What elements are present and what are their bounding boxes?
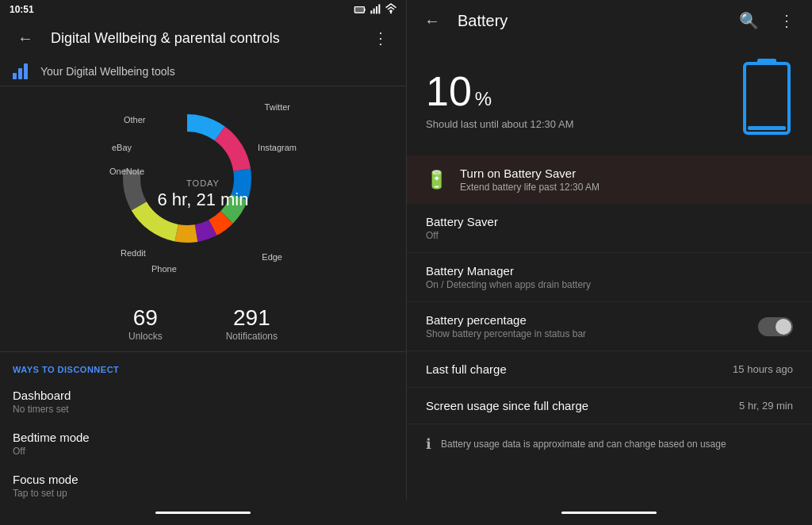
battery-more-button[interactable]: ⋮: [774, 8, 799, 33]
battery-title: Battery: [458, 12, 723, 30]
unlocks-value: 69: [128, 305, 163, 331]
battery-sub-text: Should last until about 12:30 AM: [426, 118, 573, 130]
twitter-label: Twitter: [265, 102, 290, 112]
right-panel: ← Battery 🔍 ⋮ 10 % Should last until abo…: [406, 0, 812, 525]
battery-saver-row[interactable]: 🔋 Turn on Battery Saver Extend battery l…: [407, 155, 812, 204]
dashboard-sub: No timers set: [13, 404, 393, 415]
dashboard-title: Dashboard: [13, 389, 393, 402]
wellbeing-tools-label: Your Digital Wellbeing tools: [40, 65, 175, 78]
more-button-left[interactable]: ⋮: [368, 25, 393, 51]
svg-rect-18: [757, 59, 776, 65]
other-label: Other: [124, 115, 146, 125]
status-icons: [354, 3, 396, 16]
svg-rect-5: [376, 6, 377, 13]
ways-to-disconnect-label: WAYS TO DISCONNECT: [0, 352, 406, 381]
battery-graphic-svg: [741, 57, 793, 136]
donut-chart: TODAY 6 hr, 21 min Twitter Other Instagr…: [108, 99, 298, 289]
last-full-charge-row[interactable]: Last full charge 15 hours ago: [407, 351, 812, 388]
battery-percentage-toggle[interactable]: [758, 317, 793, 336]
battery-info: 10 % Should last until about 12:30 AM: [426, 67, 573, 130]
svg-rect-4: [373, 9, 375, 14]
battery-percentage-sub: Show battery percentage in status bar: [426, 328, 586, 339]
screen-usage-row[interactable]: Screen usage since full charge 5 hr, 29 …: [407, 388, 812, 424]
battery-manager-title: Battery Manager: [426, 264, 793, 278]
svg-rect-17: [745, 63, 789, 133]
focus-sub: Tap to set up: [13, 488, 393, 499]
battery-saver-title: Turn on Battery Saver: [460, 167, 599, 180]
unlocks-label: Unlocks: [128, 331, 163, 342]
battery-percent-symbol: %: [475, 88, 492, 110]
bedtime-title: Bedtime mode: [13, 431, 393, 444]
phone-label: Phone: [151, 264, 177, 274]
right-nav-indicator: [561, 512, 657, 514]
back-button[interactable]: ←: [13, 25, 38, 51]
battery-saver-item-title: Battery Saver: [426, 215, 793, 228]
battery-percentage-text: Battery percentage Show battery percenta…: [426, 313, 586, 339]
info-icon: ℹ: [426, 435, 431, 453]
battery-search-button[interactable]: 🔍: [736, 8, 761, 33]
last-full-charge-value: 15 hours ago: [733, 363, 793, 375]
battery-saver-text: Turn on Battery Saver Extend battery lif…: [460, 167, 599, 193]
battery-saver-item[interactable]: Battery Saver Off: [407, 204, 812, 253]
donut-section: TODAY 6 hr, 21 min Twitter Other Instagr…: [0, 86, 406, 296]
svg-rect-3: [370, 10, 372, 13]
notifications-stat: 291 Notifications: [226, 305, 278, 342]
battery-manager-sub: On / Detecting when apps drain battery: [426, 279, 793, 290]
status-bar: 10:51: [0, 0, 406, 19]
ebay-label: eBay: [112, 143, 132, 152]
wifi-icon: [385, 3, 396, 16]
onenote-label: OneNote: [109, 167, 144, 176]
instagram-label: Instagram: [258, 143, 297, 152]
right-bottom-nav: [406, 500, 812, 525]
svg-rect-19: [748, 126, 786, 130]
battery-icon-graphic: [741, 57, 793, 140]
edge-label: Edge: [262, 252, 282, 262]
battery-manager-item[interactable]: Battery Manager On / Detecting when apps…: [407, 253, 812, 302]
svg-point-7: [390, 12, 392, 13]
left-panel: 10:51 ← Digital Wellbeing & par: [0, 0, 406, 525]
battery-saver-icon: 🔋: [426, 170, 447, 190]
donut-center: TODAY 6 hr, 21 min: [158, 178, 249, 210]
battery-top-bar: ← Battery 🔍 ⋮: [407, 0, 812, 41]
wellbeing-tools-row[interactable]: Your Digital Wellbeing tools: [0, 57, 406, 86]
screen-usage-label: Screen usage since full charge: [426, 399, 588, 412]
battery-percentage-title: Battery percentage: [426, 313, 586, 327]
screen-usage-value: 5 hr, 29 min: [739, 400, 793, 412]
battery-header: 10 % Should last until about 12:30 AM: [407, 41, 812, 155]
donut-time: 6 hr, 21 min: [158, 190, 249, 210]
donut-today-label: TODAY: [158, 178, 249, 188]
focus-title: Focus mode: [13, 473, 393, 486]
battery-back-button[interactable]: ←: [419, 8, 445, 33]
svg-rect-2: [355, 7, 364, 12]
reddit-label: Reddit: [121, 248, 146, 258]
svg-rect-1: [364, 9, 365, 11]
last-full-charge-label: Last full charge: [426, 362, 507, 376]
status-time: 10:51: [10, 4, 34, 15]
stats-row: 69 Unlocks 291 Notifications: [0, 296, 406, 352]
unlocks-stat: 69 Unlocks: [128, 305, 163, 342]
bedtime-mode-item[interactable]: Bedtime mode Off: [0, 423, 406, 465]
battery-status-icon: [354, 3, 366, 16]
left-nav-indicator: [155, 512, 251, 514]
bedtime-sub: Off: [13, 446, 393, 457]
left-top-bar: ← Digital Wellbeing & parental controls …: [0, 19, 406, 57]
battery-percentage: 10: [426, 67, 472, 115]
bar-chart-icon: [13, 63, 28, 79]
battery-info-row: ℹ Battery usage data is approximate and …: [407, 424, 812, 464]
notifications-label: Notifications: [226, 331, 278, 342]
battery-percentage-item[interactable]: Battery percentage Show battery percenta…: [407, 302, 812, 351]
left-bottom-nav: [0, 500, 406, 525]
svg-rect-6: [378, 4, 380, 13]
battery-saver-sub: Extend battery life past 12:30 AM: [460, 182, 599, 193]
info-text: Battery usage data is approximate and ca…: [441, 439, 726, 450]
signal-icon: [370, 3, 382, 16]
notifications-value: 291: [226, 305, 278, 331]
dashboard-item[interactable]: Dashboard No timers set: [0, 381, 406, 423]
left-header-title: Digital Wellbeing & parental controls: [51, 30, 355, 47]
battery-saver-item-sub: Off: [426, 230, 793, 241]
